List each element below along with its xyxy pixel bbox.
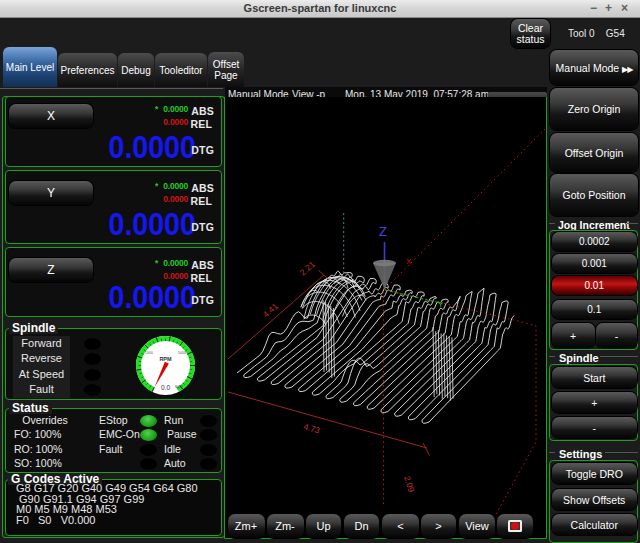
svg-text:8000: 8000 bbox=[175, 385, 183, 389]
svg-text:Y: Y bbox=[438, 300, 444, 309]
svg-text:0.0: 0.0 bbox=[161, 384, 170, 391]
svg-text:RPM: RPM bbox=[159, 356, 172, 362]
svg-text:1000: 1000 bbox=[145, 351, 153, 355]
svg-text:Z: Z bbox=[379, 224, 387, 239]
svg-text:X: X bbox=[406, 257, 412, 266]
svg-text:5000: 5000 bbox=[178, 351, 186, 355]
